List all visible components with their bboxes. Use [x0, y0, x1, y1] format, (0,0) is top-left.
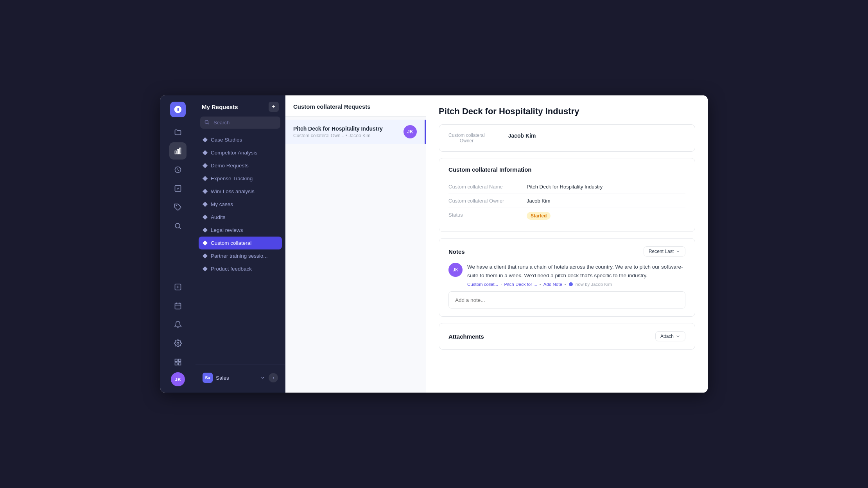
list-item-avatar: JK [404, 125, 417, 138]
sidebar-item-custom-collateral[interactable]: Custom collateral [199, 237, 282, 249]
list-item[interactable]: Pitch Deck for Hospitality Industry Cust… [285, 120, 426, 144]
collapse-btn[interactable]: ‹ [269, 373, 278, 382]
workspace-badge: Sa [203, 373, 213, 383]
svg-rect-10 [175, 359, 178, 362]
nav-item-label: Win/ Loss analysis [211, 188, 278, 194]
note-meta: Custom collat... · Pitch Deck for ... • … [467, 282, 685, 287]
detail-title: Pitch Deck for Hospitality Industry [439, 106, 695, 117]
info-value-name: Pitch Deck for Hospitality Industry [527, 184, 603, 190]
nav-item-label: My cases [211, 201, 278, 207]
diamond-icon [203, 266, 208, 271]
add-note-link[interactable]: Add Note [543, 282, 562, 287]
svg-rect-13 [179, 363, 181, 365]
owner-field-label: Custom collateral Owner [448, 133, 485, 144]
grid-icon-btn[interactable] [169, 353, 187, 371]
diamond-icon [203, 215, 208, 220]
svg-point-5 [176, 205, 177, 206]
attachments-section: Attachments Attach [439, 323, 695, 350]
chevron-down-icon [676, 249, 680, 254]
note-item: JK We have a client that runs a chain of… [448, 263, 685, 287]
svg-point-15 [569, 282, 573, 286]
sidebar-item-demo-requests[interactable]: Demo Requests [199, 159, 282, 172]
sidebar-item-expense-tracking[interactable]: Expense Tracking [199, 172, 282, 185]
diamond-icon [203, 137, 208, 142]
diamond-icon [203, 189, 208, 194]
attach-label: Attach [660, 334, 674, 339]
info-row-owner: Custom collateral Owner Jacob Kim [448, 194, 685, 208]
svg-point-14 [205, 120, 208, 123]
chevron-down-icon [676, 334, 680, 339]
note-body: We have a client that runs a chain of ho… [467, 263, 685, 287]
notes-title: Notes [448, 248, 465, 255]
folder-icon-btn[interactable] [169, 124, 187, 141]
icon-sidebar: JK [160, 95, 195, 393]
search-icon-btn[interactable] [169, 217, 187, 235]
svg-point-9 [177, 343, 179, 344]
sidebar-item-win-loss[interactable]: Win/ Loss analysis [199, 185, 282, 198]
settings-icon-btn[interactable] [169, 335, 187, 352]
add-note-icon-btn[interactable] [169, 278, 187, 296]
attachments-title: Attachments [448, 333, 484, 340]
notes-section: Notes Recent Last JK We have a client th… [439, 238, 695, 317]
list-panel-title: Custom collateral Requests [293, 103, 418, 110]
svg-rect-12 [175, 363, 178, 365]
info-value-owner: Jacob Kim [527, 198, 551, 204]
diamond-icon [203, 253, 208, 258]
list-item-meta: Custom collateral Own... • Jacob Kim [293, 133, 400, 138]
sort-button[interactable]: Recent Last [644, 246, 685, 257]
list-panel: Custom collateral Requests Pitch Deck fo… [285, 95, 426, 393]
nav-item-label: Demo Requests [211, 163, 278, 169]
sidebar-item-partner-training[interactable]: Partner training sessio... [199, 249, 282, 262]
diamond-icon [203, 240, 208, 246]
info-label-owner: Custom collateral Owner [448, 198, 527, 204]
sidebar-item-competitor-analysis[interactable]: Competitor Analysis [199, 146, 282, 159]
note-link-collateral[interactable]: Custom collat... [467, 282, 498, 287]
info-card: Custom collateral Information Custom col… [439, 158, 695, 232]
clock-icon-btn[interactable] [169, 161, 187, 178]
diamond-icon [203, 176, 208, 181]
chevron-down-icon [260, 375, 265, 380]
info-card-title: Custom collateral Information [448, 166, 685, 173]
attach-button[interactable]: Attach [655, 331, 685, 341]
chart-icon-btn[interactable] [169, 142, 187, 160]
diamond-icon [203, 163, 208, 168]
main-area: My Requests + Case Studies Competitor An… [195, 95, 708, 393]
workspace-selector[interactable]: Sa Sales ‹ [199, 369, 282, 386]
search-icon [204, 119, 210, 126]
nav-add-button[interactable]: + [269, 102, 279, 112]
status-badge: Started [527, 212, 551, 220]
svg-rect-11 [179, 359, 181, 362]
note-timestamp: now by Jacob Kim [576, 282, 612, 287]
svg-rect-2 [179, 148, 181, 154]
nav-item-label: Custom collateral [211, 240, 278, 246]
note-avatar: JK [448, 263, 463, 277]
tag-icon-btn[interactable] [169, 199, 187, 216]
nav-items-list: Case Studies Competitor Analysis Demo Re… [195, 133, 285, 364]
note-input-container [448, 291, 685, 309]
note-link-pitch[interactable]: Pitch Deck for ... [504, 282, 537, 287]
sidebar-item-case-studies[interactable]: Case Studies [199, 133, 282, 146]
sidebar-item-legal-reviews[interactable]: Legal reviews [199, 224, 282, 237]
note-input[interactable] [455, 297, 679, 303]
list-panel-header: Custom collateral Requests [285, 95, 426, 117]
nav-item-label: Expense Tracking [211, 176, 278, 181]
calendar-icon-btn[interactable] [169, 297, 187, 314]
sidebar-item-product-feedback[interactable]: Product feedback [199, 262, 282, 275]
svg-rect-8 [175, 303, 181, 309]
info-row-name: Custom collateral Name Pitch Deck for Ho… [448, 180, 685, 194]
nav-title: My Requests [202, 104, 238, 110]
sidebar-item-audits[interactable]: Audits [199, 211, 282, 224]
list-item-title: Pitch Deck for Hospitality Industry [293, 126, 400, 132]
search-input[interactable] [200, 117, 280, 129]
nav-item-label: Legal reviews [211, 227, 278, 233]
user-avatar-btn[interactable]: JK [171, 372, 185, 386]
sort-label: Recent Last [649, 249, 674, 254]
bell-icon-btn[interactable] [169, 316, 187, 333]
nav-item-label: Competitor Analysis [211, 150, 278, 156]
app-logo[interactable] [170, 102, 186, 117]
list-items-container: Pitch Deck for Hospitality Industry Cust… [285, 117, 426, 393]
check-icon-btn[interactable] [169, 180, 187, 197]
sidebar-item-my-cases[interactable]: My cases [199, 198, 282, 211]
svg-rect-0 [175, 151, 176, 154]
workspace-name: Sales [216, 375, 257, 381]
